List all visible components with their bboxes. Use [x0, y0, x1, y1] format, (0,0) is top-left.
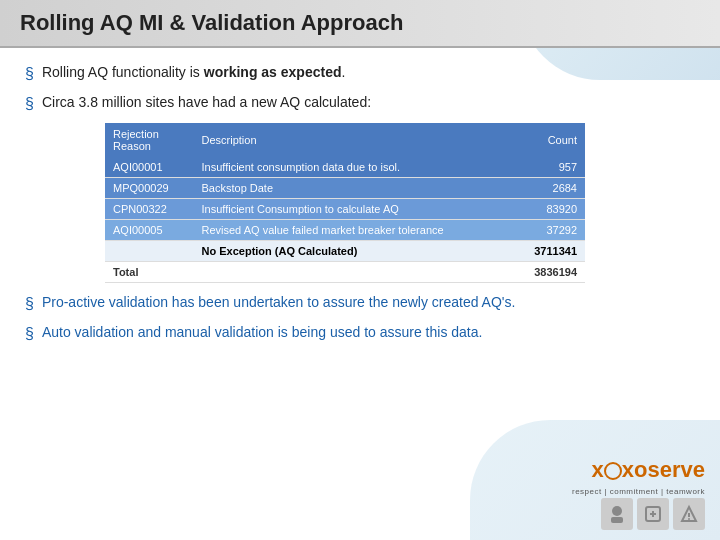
col-header-description: Description — [194, 123, 513, 157]
cell-total-empty — [194, 262, 513, 283]
page-title: Rolling AQ MI & Validation Approach — [20, 10, 700, 36]
bottom-bullets: § Pro-active validation has been underta… — [25, 293, 695, 343]
bullet-icon-4: § — [25, 325, 34, 343]
cell-no-exception-count: 3711341 — [512, 241, 585, 262]
bullet-text-2: Circa 3.8 million sites have had a new A… — [42, 93, 371, 113]
table-row: AQI00001 Insufficient consumption data d… — [105, 157, 585, 178]
cell-count: 37292 — [512, 220, 585, 241]
logo-serve-text: xoserve — [622, 457, 705, 483]
cell-id: CPN00322 — [105, 199, 194, 220]
cell-total-count: 3836194 — [512, 262, 585, 283]
table-row: AQI00005 Revised AQ value failed market … — [105, 220, 585, 241]
cell-no-exception-label: No Exception (AQ Calculated) — [194, 241, 513, 262]
col-header-rejection: RejectionReason — [105, 123, 194, 157]
bullet-icon-2: § — [25, 95, 34, 113]
bottom-bullet-1: § Pro-active validation has been underta… — [25, 293, 695, 313]
cell-id-empty — [105, 241, 194, 262]
bullet-1: § Rolling AQ functionality is working as… — [25, 63, 695, 83]
cell-description: Backstop Date — [194, 178, 513, 199]
cell-id: MPQ00029 — [105, 178, 194, 199]
col-header-count: Count — [512, 123, 585, 157]
cell-count: 957 — [512, 157, 585, 178]
bullet-icon-1: § — [25, 65, 34, 83]
logo-circle — [604, 457, 622, 483]
logo-tagline: respect | commitment | teamwork — [572, 487, 705, 496]
table-row: CPN00322 Insufficient Consumption to cal… — [105, 199, 585, 220]
table-row-no-exception: No Exception (AQ Calculated) 3711341 — [105, 241, 585, 262]
bottom-bullet-2: § Auto validation and manual validation … — [25, 323, 695, 343]
table-row: MPQ00029 Backstop Date 2684 — [105, 178, 585, 199]
body-content: § Rolling AQ functionality is working as… — [0, 48, 720, 368]
rejection-table: RejectionReason Description Count AQI000… — [105, 123, 585, 283]
svg-point-1 — [612, 506, 622, 516]
data-table-container: RejectionReason Description Count AQI000… — [105, 123, 695, 283]
logo-icon-2 — [637, 498, 669, 530]
cell-description: Insufficient consumption data due to iso… — [194, 157, 513, 178]
cell-total-label: Total — [105, 262, 194, 283]
cell-count: 83920 — [512, 199, 585, 220]
bullet-2: § Circa 3.8 million sites have had a new… — [25, 93, 695, 113]
table-row-total: Total 3836194 — [105, 262, 585, 283]
logo-area: x xoserve respect | commitment | teamwor… — [572, 457, 705, 530]
cell-description: Revised AQ value failed market breaker t… — [194, 220, 513, 241]
cell-id: AQI00001 — [105, 157, 194, 178]
cell-description: Insufficient Consumption to calculate AQ — [194, 199, 513, 220]
bottom-bullet-text-1: Pro-active validation has been undertake… — [42, 293, 516, 313]
svg-point-0 — [605, 463, 621, 479]
table-header-row: RejectionReason Description Count — [105, 123, 585, 157]
logo-x: x — [592, 457, 604, 483]
page-header: Rolling AQ MI & Validation Approach — [0, 0, 720, 48]
logo-icon-3 — [673, 498, 705, 530]
bullet-text-1: Rolling AQ functionality is working as e… — [42, 63, 345, 83]
cell-count: 2684 — [512, 178, 585, 199]
xoserve-brand: x xoserve — [592, 457, 705, 483]
logo-icon-1 — [601, 498, 633, 530]
page: Rolling AQ MI & Validation Approach § Ro… — [0, 0, 720, 540]
bullet-icon-3: § — [25, 295, 34, 313]
logo-icons — [601, 498, 705, 530]
svg-rect-2 — [611, 517, 623, 523]
bottom-bullet-text-2: Auto validation and manual validation is… — [42, 323, 483, 343]
svg-point-8 — [688, 518, 690, 520]
main-content: Rolling AQ MI & Validation Approach § Ro… — [0, 0, 720, 368]
cell-id: AQI00005 — [105, 220, 194, 241]
